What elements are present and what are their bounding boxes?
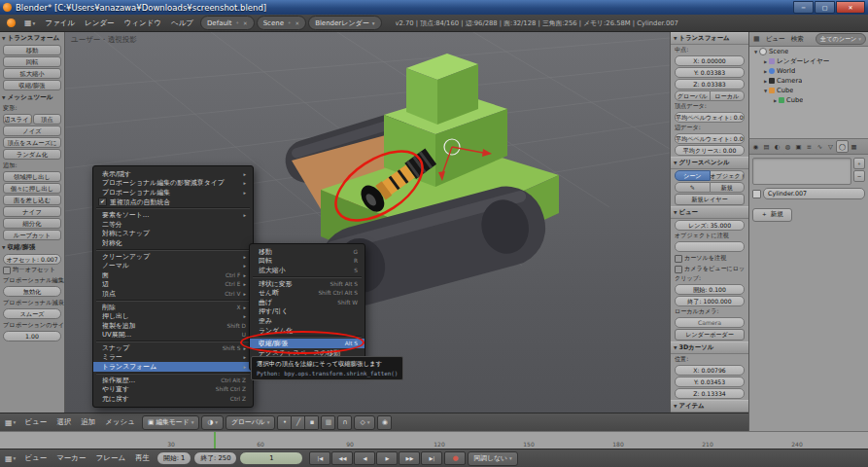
expand-icon[interactable]: ▶ bbox=[762, 79, 769, 84]
editor-type-button[interactable]: ▦ ▾ bbox=[21, 18, 38, 27]
lens-field[interactable]: レンズ: 35.000 bbox=[675, 220, 745, 231]
display-filter-dropdown[interactable]: 全てのシーン ▾ bbox=[816, 33, 866, 45]
tool-button[interactable]: 移動 bbox=[3, 45, 61, 55]
menu-item[interactable]: 元に戻すCtrl Z bbox=[93, 394, 253, 404]
tool-button[interactable]: 個々に押し出し bbox=[3, 183, 61, 194]
panel-header-transform[interactable]: ▼ トランスフォーム bbox=[0, 32, 64, 44]
menu-item[interactable]: 対称化 bbox=[93, 238, 253, 248]
cursor-y-field[interactable]: Y: 0.03453 bbox=[675, 377, 745, 387]
render-engine-selector[interactable]: Blenderレンダー ▾ bbox=[308, 16, 381, 30]
outliner-row-camera[interactable]: ▶ Camera bbox=[749, 76, 868, 86]
median-z-field[interactable]: Z: 0.03383 bbox=[675, 79, 745, 90]
tool-button[interactable]: ノイズ bbox=[3, 126, 61, 136]
occlude-toggle-icon[interactable]: ▥ bbox=[321, 415, 335, 430]
properties-tab[interactable]: ≡ bbox=[804, 141, 815, 152]
menu-item[interactable]: やり直すShift Ctrl Z bbox=[93, 384, 253, 394]
tool-button[interactable]: ランダム化 bbox=[3, 149, 61, 160]
new-material-button[interactable]: ＋ 新規 bbox=[752, 208, 792, 222]
clip-end-field[interactable]: 終了: 1000.000 bbox=[675, 296, 745, 306]
grease-object-button[interactable]: オブジェクト bbox=[711, 170, 746, 181]
cursor-z-field[interactable]: Z: 0.13334 bbox=[675, 388, 745, 399]
frame-end-field[interactable]: 終了: 250 bbox=[193, 451, 237, 465]
even-offset-checkbox[interactable]: 均一オフセット bbox=[3, 266, 61, 274]
lock-object-field[interactable] bbox=[675, 241, 745, 252]
menu-item[interactable]: 表示/隠す▸ bbox=[93, 169, 253, 179]
expand-icon[interactable]: ▼ bbox=[762, 89, 769, 93]
tool-button[interactable]: 辺スライド bbox=[3, 114, 32, 125]
menubar-menu[interactable]: ファイル bbox=[40, 18, 80, 28]
outliner-row-world[interactable]: ▶ World bbox=[749, 66, 868, 76]
mode-dropdown[interactable]: ▣ 編集モード ▾ bbox=[142, 415, 200, 430]
playback-button[interactable]: ◀◀ bbox=[331, 451, 353, 465]
material-slot-list[interactable]: ＋ − bbox=[752, 158, 865, 185]
panel-header-3d-cursor[interactable]: ▼ 3Dカーソル bbox=[671, 341, 748, 354]
menu-item[interactable]: 頂点Ctrl V▸ bbox=[93, 289, 253, 299]
expand-icon[interactable]: ▶ bbox=[762, 69, 769, 74]
header-menu[interactable]: 再生 bbox=[130, 453, 155, 463]
outliner-menu[interactable]: 検索 bbox=[788, 35, 807, 44]
editor-type-button[interactable]: ▦ ▾ bbox=[3, 418, 17, 427]
screen-layout-selector[interactable]: Default ＋ ✕ bbox=[200, 16, 255, 30]
delete-scene-icon[interactable]: ✕ bbox=[295, 20, 300, 26]
menu-item[interactable]: 面Ctrl F▸ bbox=[93, 270, 253, 280]
playback-button[interactable]: ▶| bbox=[421, 451, 442, 465]
grease-scene-button[interactable]: シーン bbox=[675, 170, 711, 181]
playback-button[interactable]: ▶ bbox=[376, 451, 398, 465]
sync-dropdown[interactable]: 同調しない ▾ bbox=[468, 451, 517, 466]
current-frame-marker[interactable] bbox=[214, 432, 216, 449]
vertex-select-icon[interactable]: • bbox=[277, 415, 292, 430]
slot-list-box[interactable] bbox=[752, 158, 851, 185]
panel-header-redo[interactable]: ▼ 収縮/膨張 bbox=[0, 241, 64, 253]
frame-start-field[interactable]: 開始: 1 bbox=[156, 451, 191, 465]
menu-item[interactable]: 歪み bbox=[250, 316, 365, 326]
menu-item[interactable]: UV展開...U bbox=[93, 331, 253, 341]
panel-header-item[interactable]: ▼ アイテム bbox=[671, 400, 748, 413]
properties-tab[interactable]: ◯ bbox=[836, 140, 849, 153]
edge-bevel-field[interactable]: 平均ベベルウェイト: 0.00 bbox=[675, 133, 745, 144]
menu-item[interactable]: 拡大縮小S bbox=[250, 266, 365, 275]
falloff-dropdown[interactable]: スムーズ bbox=[3, 308, 61, 319]
properties-tab[interactable]: ◍ bbox=[782, 141, 793, 152]
edge-crease-field[interactable]: 平均クリース: 0.00 bbox=[675, 145, 745, 156]
header-menu[interactable]: ビュー bbox=[19, 453, 52, 463]
properties-tab[interactable]: ∿ bbox=[815, 141, 825, 152]
minimize-button[interactable]: ─ bbox=[793, 1, 814, 14]
menu-item[interactable]: 球状に変形Shift Alt S bbox=[250, 279, 365, 289]
playback-button[interactable]: ▶▶ bbox=[399, 451, 420, 465]
offset-slider[interactable]: オフセット: 0.007 bbox=[3, 254, 61, 265]
tool-button[interactable]: 領域押し出し bbox=[3, 171, 61, 182]
menubar-menu[interactable]: ウィンドウ bbox=[120, 18, 166, 28]
orientation-dropdown[interactable]: グローバル ▾ bbox=[226, 415, 275, 430]
local-button[interactable]: ローカル bbox=[711, 90, 746, 101]
menu-item[interactable]: 回転R bbox=[250, 257, 365, 267]
menu-item[interactable]: プロポーショナル編集▸ bbox=[93, 188, 253, 198]
menu-item[interactable]: 二等分 bbox=[93, 220, 253, 230]
outliner-row-renderlayers[interactable]: ▶ レンダーレイヤー bbox=[749, 56, 868, 66]
properties-tab[interactable]: ◐ bbox=[772, 141, 782, 152]
panel-header-grease-pencil[interactable]: ▼ グリースペンシル bbox=[671, 157, 748, 169]
pencil-icon[interactable]: ✎ bbox=[675, 182, 711, 193]
properties-tab[interactable]: ▣ bbox=[793, 141, 804, 152]
maximize-button[interactable]: ▢ bbox=[815, 1, 835, 14]
vertex-bevel-field[interactable]: 平均ベベルウェイト: 0.00 bbox=[675, 112, 745, 123]
record-button[interactable]: ● bbox=[444, 451, 466, 465]
tool-button[interactable]: 回転 bbox=[3, 56, 61, 67]
tool-button[interactable]: 細分化 bbox=[3, 218, 61, 229]
header-menu[interactable]: ビュー bbox=[19, 417, 52, 427]
median-y-field[interactable]: Y: 0.03383 bbox=[675, 67, 745, 78]
panel-header-mesh-tools[interactable]: ▼ メッシュツール bbox=[0, 91, 64, 103]
menu-item[interactable]: 複製を追加Shift D bbox=[93, 321, 253, 331]
menu-item[interactable]: 削除X▸ bbox=[93, 303, 253, 312]
editor-type-button[interactable]: ▦ ▾ bbox=[3, 454, 17, 463]
header-menu[interactable]: マーカー bbox=[52, 453, 90, 463]
menu-item[interactable]: クリーンアップ▸ bbox=[93, 252, 253, 262]
scene-selector[interactable]: Scene ＋ ✕ bbox=[257, 16, 306, 30]
playback-button[interactable]: ◀ bbox=[354, 451, 375, 465]
outliner-row-cube[interactable]: ▼ Cube bbox=[749, 86, 868, 95]
menubar-menu[interactable]: レンダー bbox=[80, 18, 120, 28]
menu-item[interactable]: 押す/引く bbox=[250, 307, 365, 317]
proportional-dropdown[interactable]: 無効化 bbox=[3, 286, 61, 297]
timeline-ruler[interactable]: 306090120150180210240 bbox=[0, 431, 868, 449]
tool-button[interactable]: 頂点 bbox=[33, 114, 62, 125]
menu-item[interactable]: 対称にスナップ bbox=[93, 230, 253, 239]
